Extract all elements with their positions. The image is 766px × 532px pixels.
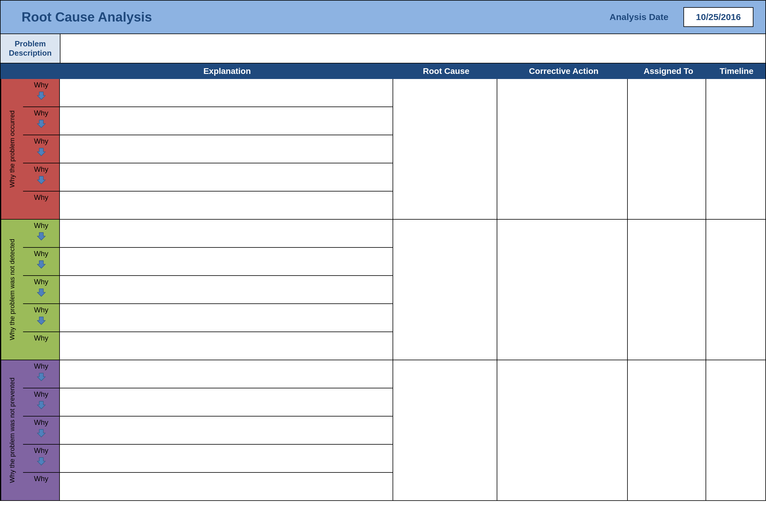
why-explanation-field[interactable] xyxy=(60,276,393,303)
why-row: Why xyxy=(23,79,393,107)
column-headers: Explanation Root Cause Corrective Action… xyxy=(1,63,765,79)
why-row: Why xyxy=(23,444,393,472)
page-title: Root Cause Analysis xyxy=(22,10,152,25)
why-explanation-field[interactable] xyxy=(60,417,393,444)
corrective-action-field[interactable] xyxy=(497,79,628,219)
root-cause-field[interactable] xyxy=(393,360,497,500)
timeline-field[interactable] xyxy=(706,360,765,500)
why-explanation-field[interactable] xyxy=(60,445,393,472)
why-row: Why xyxy=(23,303,393,332)
timeline-field[interactable] xyxy=(706,79,765,219)
section-side-label-prevented: Why the problem was not prevented xyxy=(1,360,23,500)
why-label-text: Why xyxy=(34,250,48,258)
why-label: Why xyxy=(23,135,60,163)
root-cause-field[interactable] xyxy=(393,220,497,360)
problem-description-field[interactable] xyxy=(60,34,765,63)
why-explanation-field[interactable] xyxy=(60,332,393,360)
why-label-text: Why xyxy=(34,81,48,89)
assigned-to-field[interactable] xyxy=(628,220,706,360)
why-row: Why xyxy=(23,416,393,444)
down-arrow-icon xyxy=(36,90,46,101)
whys-column-detected: Why Why Why Why Why xyxy=(23,220,393,360)
why-row: Why xyxy=(23,247,393,275)
why-label: Why xyxy=(23,163,60,191)
column-header-assigned: Assigned To xyxy=(629,63,708,79)
analysis-date-label: Analysis Date xyxy=(610,12,668,22)
why-label: Why xyxy=(23,191,60,219)
why-label: Why xyxy=(23,304,60,332)
section-prevented: Why the problem was not preventedWhy Why… xyxy=(1,360,765,500)
column-header-corrective: Corrective Action xyxy=(498,63,629,79)
why-label-text: Why xyxy=(34,418,48,427)
corrective-action-field[interactable] xyxy=(497,360,628,500)
timeline-field[interactable] xyxy=(706,220,765,360)
why-row: Why xyxy=(23,360,393,388)
why-label: Why xyxy=(23,332,60,360)
why-label-text: Why xyxy=(34,193,48,202)
why-label: Why xyxy=(23,276,60,303)
analysis-date-value[interactable]: 10/25/2016 xyxy=(683,7,753,27)
whys-column-prevented: Why Why Why Why Why xyxy=(23,360,393,500)
why-row: Why xyxy=(23,191,393,219)
section-side-label-detected: Why the problem was not detected xyxy=(1,220,23,360)
down-arrow-icon xyxy=(36,147,46,157)
why-row: Why xyxy=(23,107,393,135)
why-explanation-field[interactable] xyxy=(60,163,393,191)
why-label: Why xyxy=(23,248,60,275)
why-row: Why xyxy=(23,275,393,303)
why-explanation-field[interactable] xyxy=(60,473,393,500)
why-row: Why xyxy=(23,472,393,500)
section-body-prevented: Why Why Why Why Why xyxy=(23,360,765,500)
why-label-text: Why xyxy=(34,165,48,174)
why-explanation-field[interactable] xyxy=(60,388,393,416)
down-arrow-icon xyxy=(36,118,46,129)
why-label-text: Why xyxy=(34,446,48,455)
down-arrow-icon xyxy=(36,456,46,466)
down-arrow-icon xyxy=(36,287,46,297)
rca-worksheet: Root Cause Analysis Analysis Date 10/25/… xyxy=(0,0,766,501)
why-explanation-field[interactable] xyxy=(60,107,393,135)
why-label: Why xyxy=(23,473,60,500)
whys-column-occurred: Why Why Why Why Why xyxy=(23,79,393,219)
why-label: Why xyxy=(23,107,60,135)
down-arrow-icon xyxy=(36,259,46,269)
corrective-action-field[interactable] xyxy=(497,220,628,360)
why-explanation-field[interactable] xyxy=(60,248,393,275)
why-label-text: Why xyxy=(34,137,48,145)
why-explanation-field[interactable] xyxy=(60,360,393,388)
section-side-label-occurred: Why the problem occurred xyxy=(1,79,23,219)
why-label: Why xyxy=(23,360,60,388)
column-header-root-cause: Root Cause xyxy=(394,63,498,79)
problem-description-row: ProblemDescription xyxy=(1,34,765,63)
why-row: Why xyxy=(23,388,393,416)
why-explanation-field[interactable] xyxy=(60,79,393,107)
column-header-timeline: Timeline xyxy=(708,63,765,79)
column-header-spacer-why xyxy=(23,63,60,79)
assigned-to-field[interactable] xyxy=(628,79,706,219)
why-label: Why xyxy=(23,388,60,416)
why-label-text: Why xyxy=(34,221,48,230)
why-label: Why xyxy=(23,79,60,107)
root-cause-field[interactable] xyxy=(393,79,497,219)
why-row: Why xyxy=(23,135,393,163)
column-header-explanation: Explanation xyxy=(60,63,394,79)
down-arrow-icon xyxy=(36,231,46,241)
why-label-text: Why xyxy=(34,334,48,342)
problem-description-label: ProblemDescription xyxy=(1,34,60,63)
why-explanation-field[interactable] xyxy=(60,135,393,163)
why-label-text: Why xyxy=(34,278,48,286)
why-label-text: Why xyxy=(34,306,48,314)
why-row: Why xyxy=(23,220,393,247)
column-header-spacer-side xyxy=(1,63,23,79)
why-row: Why xyxy=(23,332,393,360)
assigned-to-field[interactable] xyxy=(628,360,706,500)
why-explanation-field[interactable] xyxy=(60,220,393,247)
why-explanation-field[interactable] xyxy=(60,191,393,219)
why-label: Why xyxy=(23,445,60,472)
why-label: Why xyxy=(23,417,60,444)
down-arrow-icon xyxy=(36,400,46,410)
why-explanation-field[interactable] xyxy=(60,304,393,332)
down-arrow-icon xyxy=(36,315,46,326)
why-label: Why xyxy=(23,220,60,247)
why-label-text: Why xyxy=(34,475,48,483)
